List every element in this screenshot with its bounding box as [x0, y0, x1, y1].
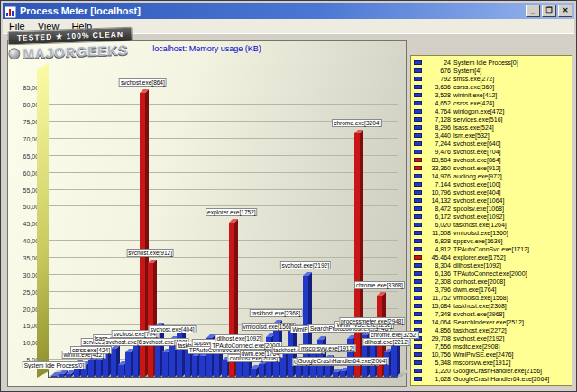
- title-bar[interactable]: Process Meter [localhost] _ ❐ ✕: [3, 3, 574, 19]
- legend-process-name: svchost.exe[1064]: [453, 197, 504, 204]
- close-button[interactable]: ✕: [558, 5, 572, 17]
- legend-value: 4,652: [424, 100, 451, 106]
- legend-item: 2,308conhost.exe[2008]: [413, 278, 570, 286]
- minimize-button[interactable]: _: [526, 5, 540, 17]
- legend-item: 3,636csrss.exe[360]: [413, 83, 570, 91]
- legend-process-name: GoogleCrashHandler.exe[2156]: [453, 368, 542, 374]
- legend-process-name: vmtoolsd.exe[1568]: [453, 295, 508, 301]
- legend-process-name: svchost.exe[100]: [453, 181, 501, 187]
- legend-process-name: System[4]: [453, 68, 481, 74]
- bar-front-face: [125, 352, 131, 377]
- legend-color-marker: [414, 190, 422, 195]
- bar-front-face: [96, 360, 101, 377]
- legend-value: 29,708: [424, 335, 451, 342]
- legend-item: 1,628GoogleCrashHandler64.exe[2064]: [413, 375, 570, 383]
- legend-item: 14,064SearchIndexer.exe[2512]: [413, 318, 570, 326]
- legend-process-name: svchost.exe[2192]: [453, 335, 504, 342]
- legend-item: 8,296lsass.exe[524]: [413, 123, 570, 132]
- legend-item: 14,976audiodg.exe[972]: [413, 172, 570, 180]
- bar-label: dllhost.exe[2212]: [362, 338, 410, 346]
- bar-front-face: [133, 344, 138, 377]
- legend-process-name: services.exe[516]: [453, 116, 502, 123]
- menu-file[interactable]: File: [3, 20, 32, 32]
- legend-process-name: WmiPrvSE.exe[2476]: [453, 351, 514, 358]
- legend-value: 4,856: [424, 327, 451, 333]
- maximize-button[interactable]: ❐: [542, 5, 556, 17]
- legend-color-marker: [414, 133, 422, 138]
- legend-process-name: System Idle Process[0]: [453, 59, 518, 66]
- legend-process-name: SearchIndexer.exe[2512]: [453, 319, 524, 325]
- bar-front-face: [259, 364, 264, 377]
- menu-help[interactable]: Help: [65, 20, 98, 32]
- bar-front-face: [162, 352, 168, 377]
- legend-color-marker: [414, 141, 422, 146]
- legend-item: 3,796dwm.exe[1764]: [413, 286, 570, 294]
- legend-color-marker: [414, 255, 422, 260]
- gridline: [49, 223, 398, 223]
- legend-value: 7,348: [424, 311, 451, 317]
- legend-value: 8,296: [424, 124, 451, 131]
- legend-process-name: dwm.exe[1764]: [453, 287, 496, 293]
- legend-item: 7,128services.exe[516]: [413, 115, 570, 123]
- legend-value: 676: [424, 68, 451, 74]
- legend-item: 10,796svchost.exe[404]: [413, 188, 570, 196]
- legend-process-name: audiodg.exe[972]: [453, 173, 502, 179]
- bar-side-face: [397, 342, 400, 377]
- legend-item: 1,220GoogleCrashHandler.exe[2156]: [413, 367, 570, 375]
- bar-front-face: [340, 371, 345, 377]
- legend-item: 4,812TPAutoConnSvc.exe[1712]: [413, 245, 570, 253]
- chart-panel: localhost: Memory usage (KB) 5,00010,000…: [7, 40, 407, 387]
- legend-color-marker: [414, 271, 422, 276]
- legend-color-marker: [414, 344, 422, 349]
- legend-value: 7,556: [424, 343, 451, 350]
- legend-process-name: taskhost.exe[2272]: [453, 327, 507, 333]
- legend-process-name: svchost.exe[640]: [453, 141, 501, 147]
- legend-color-marker: [414, 304, 422, 308]
- menu-bar: File View Help: [3, 19, 574, 34]
- legend-value: 6,136: [424, 270, 451, 277]
- legend-color-marker: [414, 198, 422, 203]
- legend-process-name: svchost.exe[912]: [453, 165, 501, 171]
- legend-item: 45,464explorer.exe[1752]: [413, 253, 570, 261]
- window-controls: _ ❐ ✕: [524, 5, 572, 17]
- legend-item: 6,172svchost.exe[1092]: [413, 213, 570, 221]
- legend-process-name: explorer.exe[1752]: [453, 254, 506, 260]
- legend-process-name: svchost.exe[404]: [453, 189, 501, 196]
- legend-process-name: smss.exe[272]: [453, 76, 494, 82]
- app-window: Process Meter [localhost] _ ❐ ✕ File Vie…: [0, 0, 577, 392]
- legend-value: 7,244: [424, 141, 451, 147]
- bar-label: taskhost.exe[2368]: [250, 309, 303, 317]
- bar-label: svchost.exe[912]: [126, 249, 174, 257]
- legend-process-name: csrss.exe[360]: [453, 84, 494, 90]
- gridline: [49, 104, 398, 105]
- bar-front-face: [66, 374, 71, 377]
- legend-value: 6,172: [424, 214, 451, 220]
- bar: [391, 342, 400, 377]
- legend-value: 10,796: [424, 189, 451, 196]
- legend-item: 4,856taskhost.exe[2272]: [413, 326, 570, 334]
- legend-color-marker: [414, 377, 422, 381]
- legend-value: 15,684: [424, 303, 451, 309]
- legend-color-marker: [414, 85, 422, 89]
- legend-color-marker: [414, 77, 422, 81]
- bar-label: chrome.exe[3368]: [354, 281, 405, 289]
- legend-color-marker: [414, 352, 422, 357]
- gridline: [49, 172, 398, 173]
- legend-item: 3,528wininit.exe[412]: [413, 91, 570, 99]
- bar-label: vmtoolsd.exe[1568]: [242, 323, 296, 331]
- legend-process-name: mscorsvw.exe[1912]: [453, 360, 510, 366]
- legend-color-marker: [414, 182, 422, 187]
- legend-value: 11,752: [424, 295, 451, 301]
- legend-item: 11,508vmtoolsd.exe[1360]: [413, 229, 570, 237]
- legend-value: 8,304: [424, 262, 451, 269]
- legend-color-marker: [414, 360, 422, 365]
- legend-color-marker: [414, 231, 422, 235]
- legend-value: 2,308: [424, 278, 451, 285]
- legend-process-name: csrss.exe[424]: [453, 100, 494, 106]
- bar-label: svchost.exe[2192]: [280, 261, 331, 269]
- bar-front-face: [251, 369, 256, 377]
- legend-process-name: spoolsv.exe[1068]: [453, 205, 504, 212]
- legend-value: 11,508: [424, 230, 451, 236]
- menu-view[interactable]: View: [32, 20, 66, 32]
- bar-label: mscorsvw.exe[1912]: [299, 344, 356, 352]
